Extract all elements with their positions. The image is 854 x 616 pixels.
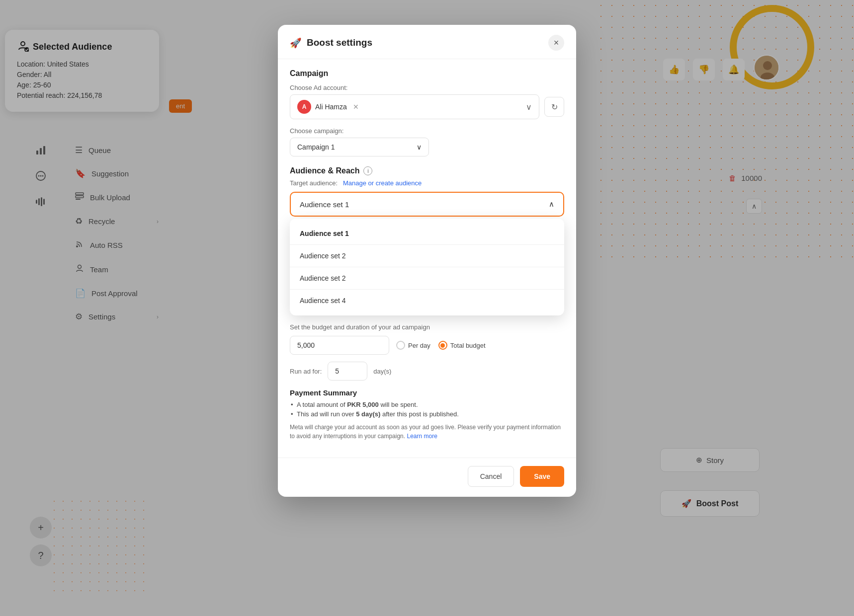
payment-bullet-2: This ad will run over 5 day(s) after thi…: [290, 410, 564, 418]
audience-set-dropdown[interactable]: Audience set 1 ∧: [290, 192, 564, 217]
payment-title: Payment Summary: [290, 388, 564, 397]
run-ad-row: Run ad for: day(s): [290, 362, 564, 381]
selected-audience-label: Audience set 1: [300, 200, 349, 209]
ad-account-avatar: A: [297, 100, 311, 114]
per-day-radio-circle: [396, 341, 405, 350]
audience-chevron-up-icon: ∧: [549, 200, 554, 209]
target-audience-row: Target audience: Manage or create audien…: [290, 179, 564, 187]
modal-footer: Cancel Save: [278, 458, 576, 497]
payment-summary: Payment Summary A total amount of PKR 5,…: [290, 388, 564, 441]
campaign-label: Choose campaign:: [290, 127, 564, 135]
budget-section: Set the budget and duration of your ad c…: [290, 315, 564, 381]
days-unit-label: day(s): [373, 368, 391, 375]
refresh-icon: ↻: [551, 102, 558, 112]
payment-note: Meta will charge your ad account as soon…: [290, 423, 564, 441]
campaign-value: Campaign 1: [297, 143, 335, 151]
dropdown-item-3[interactable]: Audience set 4: [290, 290, 564, 311]
boost-settings-modal: 🚀 Boost settings × Campaign Choose Ad ac…: [278, 25, 576, 497]
payment-days: 5 day(s): [356, 410, 380, 418]
refresh-button[interactable]: ↻: [544, 97, 564, 117]
save-button[interactable]: Save: [520, 466, 564, 487]
budget-row: Per day Total budget: [290, 336, 564, 355]
budget-radio-group: Per day Total budget: [396, 341, 486, 350]
budget-input[interactable]: [290, 336, 389, 355]
payment-bullet-1: A total amount of PKR 5,000 will be spen…: [290, 401, 564, 408]
set-budget-label: Set the budget and duration of your ad c…: [290, 323, 564, 331]
ad-account-row: A Ali Hamza ✕ ∨ ↻: [290, 94, 564, 119]
modal-close-button[interactable]: ×: [548, 35, 564, 51]
close-icon: ×: [554, 38, 559, 48]
info-icon[interactable]: i: [363, 166, 372, 175]
dropdown-item-1[interactable]: Audience set 2: [290, 245, 564, 267]
campaign-dropdown[interactable]: Campaign 1 ∨: [290, 138, 429, 156]
days-input[interactable]: [328, 362, 367, 381]
total-budget-label: Total budget: [450, 342, 486, 349]
per-day-label: Per day: [408, 342, 430, 349]
ad-account-label: Choose Ad account:: [290, 84, 564, 91]
ad-account-chevron-icon: ∨: [526, 102, 532, 112]
payment-amount: PKR 5,000: [347, 401, 379, 408]
modal-body: Campaign Choose Ad account: A Ali Hamza …: [278, 59, 576, 458]
cancel-button[interactable]: Cancel: [468, 466, 514, 487]
ad-account-name: Ali Hamza: [315, 103, 347, 111]
per-day-radio[interactable]: Per day: [396, 341, 430, 350]
total-budget-radio[interactable]: Total budget: [438, 341, 486, 350]
manage-audience-link[interactable]: Manage or create audience: [343, 179, 422, 187]
ad-account-input[interactable]: A Ali Hamza ✕ ∨: [290, 94, 539, 119]
audience-reach-title: Audience & Reach i: [290, 166, 564, 175]
dropdown-item-2[interactable]: Audience set 2: [290, 267, 564, 289]
learn-more-link[interactable]: Learn more: [407, 433, 437, 440]
total-budget-radio-circle: [438, 341, 447, 350]
run-ad-label: Run ad for:: [290, 368, 322, 375]
rocket-icon: 🚀: [290, 37, 302, 49]
modal-title: 🚀 Boost settings: [290, 37, 372, 49]
modal-header: 🚀 Boost settings ×: [278, 25, 576, 59]
ad-account-remove-icon[interactable]: ✕: [353, 103, 359, 111]
campaign-chevron-icon: ∨: [417, 143, 422, 151]
campaign-section-title: Campaign: [290, 69, 564, 78]
dropdown-item-0[interactable]: Audience set 1: [290, 223, 564, 244]
audience-dropdown-menu: Audience set 1 Audience set 2 Audience s…: [290, 219, 564, 315]
